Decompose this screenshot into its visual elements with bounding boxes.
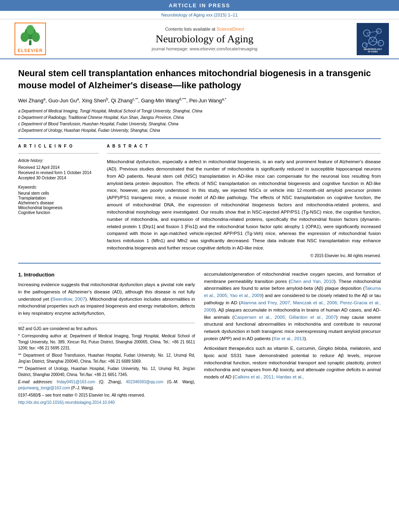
calkins-ref[interactable]: Calkins et al., 2011; Hardas et al., bbox=[234, 374, 304, 379]
abstract-header: A B S T R A C T bbox=[107, 144, 381, 148]
article-in-press-banner: ARTICLE IN PRESS bbox=[0, 0, 399, 11]
elsevier-logo: ELSEVIER bbox=[8, 23, 52, 55]
keywords-label: Keywords: bbox=[18, 185, 99, 189]
article-info-header: A R T I C L E I N F O bbox=[18, 144, 99, 148]
swerdlow-ref[interactable]: Swerdlow, 2007 bbox=[52, 297, 85, 301]
svg-text:OF AGING: OF AGING bbox=[368, 50, 378, 53]
footnote-emails: E-mail addresses: friday0451@163.com (Q.… bbox=[18, 379, 195, 391]
author-qi-zhang: Qi Zhang bbox=[111, 98, 132, 104]
author-guo-jun-gu: Guo-Jun Gu bbox=[48, 98, 77, 104]
doi-link[interactable]: http://dx.doi.org/10.1016/j.neurobiolagi… bbox=[18, 400, 115, 405]
received-date: Received 12 April 2014 bbox=[18, 165, 99, 170]
keyword-1: Neural stem cells bbox=[18, 191, 99, 195]
keyword-4: Mitochondrial biogenesis bbox=[18, 206, 99, 210]
takuma-ref[interactable]: Takuma et al., 2005; Yao et al., 2009 bbox=[204, 286, 381, 298]
affiliations: a Department of Medical Imaging, Tongji … bbox=[18, 108, 381, 133]
author-xing-shen: Xing Shen bbox=[82, 98, 106, 104]
author-pei-jun-wang: Pei-Jun Wang bbox=[189, 98, 222, 104]
email-g-wang[interactable]: 402346583@qq.com bbox=[126, 380, 163, 384]
author-gang-min-wang: Gang-Min Wang bbox=[141, 98, 179, 104]
introduction-right-col: accumulation/generation of mitochondrial… bbox=[204, 271, 381, 407]
intro-para-1: Increasing evidence suggests that mitoch… bbox=[18, 281, 195, 317]
elsevier-text: ELSEVIER bbox=[18, 48, 43, 53]
footnote-first-authors: WZ and GJG are considered as first autho… bbox=[18, 326, 195, 332]
affiliation-d: d Department of Urology, Huashan Hospita… bbox=[18, 127, 381, 133]
journal-center: Contents lists available at ScienceDirec… bbox=[52, 27, 357, 51]
journal-title: Neurobiology of Aging bbox=[56, 33, 353, 45]
info-abstract-columns: A R T I C L E I N F O Article history: R… bbox=[18, 144, 381, 258]
section-title: 1. Introduction bbox=[18, 271, 195, 279]
such-word: such bbox=[69, 303, 79, 308]
sciencedirect-link[interactable]: ScienceDirect bbox=[216, 27, 244, 31]
introduction-columns: 1. Introduction Increasing evidence sugg… bbox=[18, 271, 381, 407]
copyright-line: © 2015 Elsevier Inc. All rights reserved… bbox=[107, 254, 381, 258]
divider-top bbox=[18, 138, 381, 139]
journal-logo-right: NEUROBIOLOGY OF AGING bbox=[357, 23, 391, 55]
divider-bottom bbox=[18, 263, 381, 264]
keyword-2: Transplantation bbox=[18, 196, 99, 200]
journal-header: ELSEVIER Contents lists available at Sci… bbox=[0, 19, 399, 59]
affiliation-b: b Department of Radiology, Traditional C… bbox=[18, 114, 381, 121]
footnote-corresponding2: ** Department of Blood Transfusion, Huas… bbox=[18, 352, 195, 364]
keyword-3: Alzheimer's disease bbox=[18, 201, 99, 205]
affiliation-a: a Department of Medical Imaging, Tongji … bbox=[18, 108, 381, 114]
chen-yan-ref[interactable]: Chen and Yan, 2010 bbox=[290, 279, 334, 284]
footnote-corresponding3: *** Department of Urology, Huashan Hospi… bbox=[18, 366, 195, 378]
introduction-section: 1. Introduction Increasing evidence sugg… bbox=[18, 271, 381, 407]
email-q-zhang[interactable]: friday0451@163.com bbox=[57, 380, 95, 384]
journal-homepage: journal homepage: www.elsevier.com/locat… bbox=[56, 46, 353, 51]
article-info-column: A R T I C L E I N F O Article history: R… bbox=[18, 144, 99, 258]
svg-point-4 bbox=[26, 25, 34, 35]
svg-rect-0 bbox=[29, 40, 31, 45]
accepted-date: Accepted 30 October 2014 bbox=[18, 176, 99, 180]
introduction-left-col: 1. Introduction Increasing evidence sugg… bbox=[18, 271, 195, 407]
svg-point-2 bbox=[21, 32, 29, 42]
intro-para-right-2: Antioxidant therapeutics such as vitamin… bbox=[204, 345, 381, 381]
abstract-column: A B S T R A C T Mitochondrial dysfunctio… bbox=[107, 144, 381, 258]
caspersen-ref[interactable]: Caspersen et al., 2005; Gillardon et al.… bbox=[234, 315, 336, 320]
revised-date: Received in revised form 1 October 2014 bbox=[18, 170, 99, 175]
footnote-corresponding1: * Corresponding author at: Department of… bbox=[18, 333, 195, 351]
affiliation-c: c Department of Blood Transfusion, Huash… bbox=[18, 121, 381, 127]
article-info-divider bbox=[18, 153, 99, 154]
email-p-wang[interactable]: peijunwang_tongji@163.com bbox=[18, 386, 70, 390]
sciencedirect-line: Contents lists available at ScienceDirec… bbox=[56, 27, 353, 31]
article-body: Neural stem cell transplantation enhance… bbox=[0, 59, 399, 415]
footnotes: WZ and GJG are considered as first autho… bbox=[18, 323, 195, 405]
journal-top-ref: Neurobiology of Aging xxx (2015) 1–11 bbox=[0, 11, 399, 19]
intro-para-right-1: accumulation/generation of mitochondrial… bbox=[204, 271, 381, 343]
footnote-issn: 0197-4580/$ – see front matter © 2015 El… bbox=[18, 392, 195, 398]
footnote-doi: http://dx.doi.org/10.1016/j.neurobiolagi… bbox=[18, 399, 195, 405]
history-label: Article history: bbox=[18, 158, 99, 163]
xie-ref[interactable]: Xie et al., 2013 bbox=[274, 336, 305, 341]
author-wei-zhang: Wei Zhang bbox=[18, 98, 44, 104]
keyword-5: Cognitive function bbox=[18, 210, 99, 215]
atamna-ref[interactable]: Atamna and Frey, 2007; Manczak et al., 2… bbox=[204, 300, 381, 312]
svg-point-3 bbox=[32, 32, 40, 42]
abstract-divider bbox=[107, 153, 381, 154]
abstract-text: Mitochondrial dysfunction, especially a … bbox=[107, 158, 381, 252]
authors-line: Wei Zhanga, Guo-Jun Gua, Xing Shenb, Qi … bbox=[18, 97, 381, 105]
article-title: Neural stem cell transplantation enhance… bbox=[18, 67, 381, 91]
